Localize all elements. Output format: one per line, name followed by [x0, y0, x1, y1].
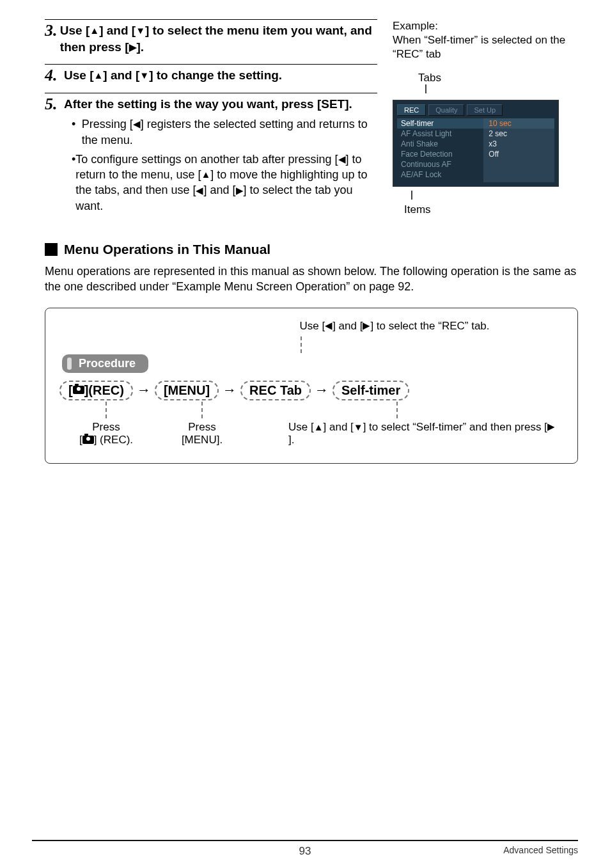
triangle-left-icon: ◀: [338, 153, 346, 166]
screen-value: 10 sec: [483, 118, 554, 129]
screen-item: Face Detection: [397, 149, 483, 159]
leader-line-icon: [409, 191, 441, 201]
screen-item: Continuous AF: [397, 159, 483, 170]
procedure-badge: Procedure: [62, 354, 148, 373]
under-label-menu: Press [MENU].: [154, 421, 250, 446]
procedure-top-label: Use [◀] and [▶] to select the “REC” tab.: [224, 320, 565, 333]
camera-icon: [82, 436, 94, 444]
triangle-right-icon: ▶: [547, 421, 555, 432]
under-label-rec: Press [] (REC).: [58, 421, 154, 446]
triangle-left-icon: ◀: [325, 320, 332, 331]
triangle-down-icon: ▼: [354, 422, 363, 432]
screen-item: Self-timer: [397, 118, 483, 129]
chain-step-selftimer: Self-timer: [332, 381, 409, 400]
triangle-up-icon: ▲: [314, 422, 324, 432]
triangle-left-icon: ◀: [196, 184, 203, 197]
chain-step-rec: [] (REC): [59, 381, 133, 400]
screen-tab-rec: REC: [397, 104, 426, 116]
arrow-right-icon: →: [315, 382, 329, 398]
camera-menu-screenshot: REC Quality Set Up Self-timer AF Assist …: [393, 100, 559, 187]
items-label: Items: [404, 203, 578, 216]
square-bullet-icon: [45, 243, 58, 256]
triangle-left-icon: ◀: [133, 118, 141, 130]
section-heading: Menu Operations in This Manual: [45, 242, 578, 257]
step-text: Use [▲] and [▼] to change the setting.: [64, 67, 282, 84]
triangle-up-icon: ▲: [90, 24, 99, 37]
screen-tab-setup: Set Up: [467, 104, 503, 116]
step-number: 5.: [45, 96, 64, 113]
bullet-item: • Pressing [◀] registers the selected se…: [72, 116, 377, 148]
chain-step-menu: [MENU]: [155, 381, 219, 400]
procedure-chain: [] (REC) → [MENU] → REC Tab → Self-timer: [59, 381, 565, 400]
arrow-right-icon: →: [223, 382, 237, 398]
screen-value: 2 sec: [483, 129, 554, 139]
triangle-down-icon: ▼: [136, 24, 145, 37]
example-caption: Example: When “Self-timer” is selected o…: [393, 19, 578, 61]
leader-line-icon: [423, 84, 455, 95]
step-block-5: 5. After the setting is the way you want…: [45, 93, 377, 226]
screen-value: x3: [483, 139, 554, 149]
triangle-up-icon: ▲: [201, 168, 210, 181]
under-label-selftimer: Use [▲] and [▼] to select “Self-timer” a…: [288, 421, 557, 446]
triangle-up-icon: ▲: [93, 69, 103, 82]
chain-step-rectab: REC Tab: [240, 381, 311, 400]
triangle-right-icon: ▶: [236, 184, 244, 197]
screen-item: Anti Shake: [397, 139, 483, 149]
step-number: 4.: [45, 67, 64, 84]
triangle-right-icon: ▶: [129, 41, 137, 54]
procedure-box: Use [◀] and [▶] to select the “REC” tab.…: [45, 308, 578, 464]
camera-icon: [73, 386, 84, 394]
section-title: Menu Operations in This Manual: [64, 242, 270, 257]
page-footer: 93 Advanced Settings: [0, 840, 610, 855]
step-number: 3.: [45, 22, 60, 39]
screen-item: AF Assist Light: [397, 129, 483, 139]
screen-item: AE/AF Lock: [397, 170, 483, 180]
triangle-right-icon: ▶: [363, 320, 370, 331]
bullet-item: • To configure settings on another tab a…: [72, 152, 377, 214]
tabs-label: Tabs: [418, 72, 578, 84]
screen-tab-quality: Quality: [428, 104, 464, 116]
step-text: Use [▲] and [▼] to select the menu item …: [60, 22, 377, 55]
step-block-4: 4. Use [▲] and [▼] to change the setting…: [45, 64, 377, 93]
triangle-down-icon: ▼: [139, 69, 149, 82]
step-text: After the setting is the way you want, p…: [64, 96, 352, 113]
step-block-3: 3. Use [▲] and [▼] to select the menu it…: [45, 19, 377, 64]
screen-value: Off: [483, 149, 554, 159]
arrow-right-icon: →: [137, 382, 151, 398]
page-number: 93: [0, 845, 610, 858]
section-paragraph: Menu operations are represented in this …: [45, 264, 578, 295]
